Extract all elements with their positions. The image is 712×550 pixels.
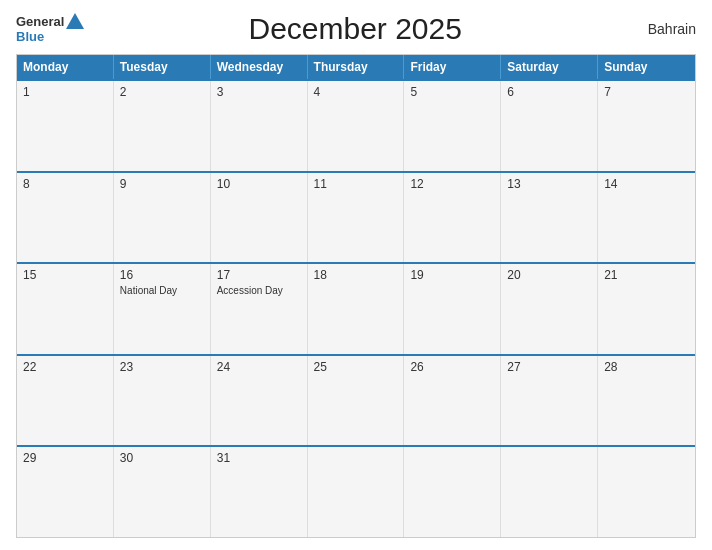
table-row: 22 — [17, 356, 114, 446]
calendar-body: 12345678910111213141516National Day17Acc… — [17, 79, 695, 537]
table-row: 6 — [501, 81, 598, 171]
logo-blue-text: Blue — [16, 29, 44, 44]
table-row — [308, 447, 405, 537]
day-number: 12 — [410, 177, 494, 191]
day-number: 20 — [507, 268, 591, 282]
table-row: 19 — [404, 264, 501, 354]
col-tuesday: Tuesday — [114, 55, 211, 79]
day-number: 10 — [217, 177, 301, 191]
day-event: Accession Day — [217, 284, 301, 297]
table-row: 21 — [598, 264, 695, 354]
col-sunday: Sunday — [598, 55, 695, 79]
table-row: 11 — [308, 173, 405, 263]
day-number: 13 — [507, 177, 591, 191]
day-number: 16 — [120, 268, 204, 282]
logo: General Blue — [16, 15, 84, 44]
table-row — [404, 447, 501, 537]
day-number: 7 — [604, 85, 689, 99]
table-row: 5 — [404, 81, 501, 171]
col-friday: Friday — [404, 55, 501, 79]
country-label: Bahrain — [626, 21, 696, 37]
day-event: National Day — [120, 284, 204, 297]
day-number: 21 — [604, 268, 689, 282]
table-row: 3 — [211, 81, 308, 171]
table-row: 7 — [598, 81, 695, 171]
week-row-5: 293031 — [17, 445, 695, 537]
day-number: 27 — [507, 360, 591, 374]
day-number: 8 — [23, 177, 107, 191]
week-row-2: 891011121314 — [17, 171, 695, 263]
day-number: 6 — [507, 85, 591, 99]
day-number: 28 — [604, 360, 689, 374]
table-row: 1 — [17, 81, 114, 171]
day-number: 19 — [410, 268, 494, 282]
col-saturday: Saturday — [501, 55, 598, 79]
day-number: 1 — [23, 85, 107, 99]
day-number: 17 — [217, 268, 301, 282]
day-number: 14 — [604, 177, 689, 191]
day-number: 31 — [217, 451, 301, 465]
table-row: 29 — [17, 447, 114, 537]
table-row: 2 — [114, 81, 211, 171]
day-number: 22 — [23, 360, 107, 374]
day-number: 23 — [120, 360, 204, 374]
table-row: 25 — [308, 356, 405, 446]
page-title: December 2025 — [84, 12, 626, 46]
table-row: 23 — [114, 356, 211, 446]
table-row: 13 — [501, 173, 598, 263]
table-row — [501, 447, 598, 537]
table-row: 31 — [211, 447, 308, 537]
page: General Blue December 2025 Bahrain Monda… — [0, 0, 712, 550]
week-row-1: 1234567 — [17, 79, 695, 171]
table-row: 12 — [404, 173, 501, 263]
week-row-3: 1516National Day17Accession Day18192021 — [17, 262, 695, 354]
col-monday: Monday — [17, 55, 114, 79]
header: General Blue December 2025 Bahrain — [16, 12, 696, 46]
table-row: 20 — [501, 264, 598, 354]
col-wednesday: Wednesday — [211, 55, 308, 79]
table-row: 24 — [211, 356, 308, 446]
table-row: 28 — [598, 356, 695, 446]
day-number: 24 — [217, 360, 301, 374]
day-number: 9 — [120, 177, 204, 191]
day-number: 18 — [314, 268, 398, 282]
table-row: 16National Day — [114, 264, 211, 354]
day-number: 26 — [410, 360, 494, 374]
table-row — [598, 447, 695, 537]
table-row: 30 — [114, 447, 211, 537]
day-number: 30 — [120, 451, 204, 465]
table-row: 26 — [404, 356, 501, 446]
table-row: 18 — [308, 264, 405, 354]
table-row: 14 — [598, 173, 695, 263]
table-row: 15 — [17, 264, 114, 354]
day-number: 4 — [314, 85, 398, 99]
logo-general-text: General — [16, 15, 64, 28]
day-number: 15 — [23, 268, 107, 282]
table-row: 17Accession Day — [211, 264, 308, 354]
calendar: Monday Tuesday Wednesday Thursday Friday… — [16, 54, 696, 538]
day-number: 5 — [410, 85, 494, 99]
col-thursday: Thursday — [308, 55, 405, 79]
day-number: 11 — [314, 177, 398, 191]
day-number: 3 — [217, 85, 301, 99]
logo-triangle-icon — [66, 13, 84, 29]
table-row: 8 — [17, 173, 114, 263]
table-row: 9 — [114, 173, 211, 263]
day-number: 2 — [120, 85, 204, 99]
table-row: 4 — [308, 81, 405, 171]
week-row-4: 22232425262728 — [17, 354, 695, 446]
table-row: 27 — [501, 356, 598, 446]
calendar-header: Monday Tuesday Wednesday Thursday Friday… — [17, 55, 695, 79]
table-row: 10 — [211, 173, 308, 263]
day-number: 29 — [23, 451, 107, 465]
day-number: 25 — [314, 360, 398, 374]
